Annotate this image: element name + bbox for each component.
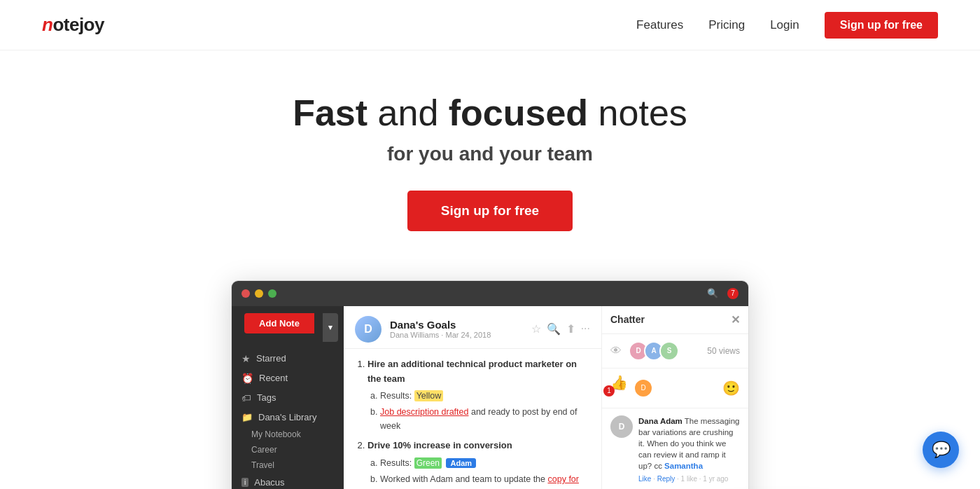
- sidebar-item-recent[interactable]: ⏰ Recent: [232, 369, 344, 388]
- note-content-area: D Dana's Goals Dana Williams · Mar 24, 2…: [344, 306, 601, 489]
- note-body: Hire an additional technical product mar…: [344, 349, 601, 489]
- viewer-avatar-3: S: [659, 341, 679, 361]
- chatter-comment-avatar: D: [610, 415, 633, 438]
- reaction-count: 1: [603, 385, 615, 397]
- sidebar-sub-career[interactable]: Career: [232, 442, 344, 457]
- note-item-1b: Job description drafted and ready to pos…: [380, 405, 590, 433]
- note-header-actions: ☆ 🔍 ⬆ ···: [531, 322, 590, 336]
- window-maximize-dot[interactable]: [268, 289, 276, 298]
- thumbs-up-reaction[interactable]: 👍 1: [610, 374, 628, 402]
- hero-section: Fast and focused notes for you and your …: [0, 50, 980, 259]
- eye-icon: 👁: [610, 345, 622, 357]
- hero-headline: Fast and focused notes: [0, 92, 980, 135]
- app-area: 🔍 7 Add Note ▾ ★ Starred ⏰ Recent �: [0, 280, 980, 489]
- note-meta: Dana Williams · Mar 24, 2018: [390, 331, 523, 339]
- note-item-2: Drive 10% increase in conversion Results…: [368, 439, 590, 489]
- hero-headline-fast: Fast: [293, 92, 368, 133]
- add-note-button[interactable]: Add Note: [244, 313, 314, 333]
- sidebar-label-library: Dana's Library: [258, 412, 316, 422]
- sidebar-label-recent: Recent: [259, 373, 288, 383]
- note-header-info: Dana's Goals Dana Williams · Mar 24, 201…: [390, 319, 523, 339]
- chatter-comment: D Dana Adam The messaging bar variations…: [602, 408, 748, 489]
- comment-mention: Samantha: [664, 462, 703, 470]
- share-action-icon[interactable]: ⬆: [566, 322, 575, 336]
- chatter-title: Chatter: [610, 314, 645, 325]
- sidebar-item-tags[interactable]: 🏷 Tags: [232, 388, 344, 408]
- clock-icon: ⏰: [241, 373, 253, 384]
- reaction-avatar: D: [635, 380, 652, 397]
- like-action[interactable]: Like: [638, 475, 651, 483]
- star-action-icon[interactable]: ☆: [531, 322, 541, 336]
- logo[interactable]: notejoy: [42, 14, 104, 36]
- sidebar-sub-notebook[interactable]: My Notebook: [232, 427, 344, 442]
- sidebar-item-abacus[interactable]: i Abacus: [232, 473, 344, 489]
- sidebar-label-tags: Tags: [257, 392, 276, 403]
- window-close-dot[interactable]: [241, 289, 250, 298]
- nav-link-login[interactable]: Login: [770, 18, 799, 32]
- logo-n: n: [42, 14, 52, 36]
- note-item-2b: Worked with Adam and team to update the …: [380, 472, 590, 489]
- window-titlebar: 🔍 7: [232, 281, 748, 306]
- hero-headline-focused: focused: [449, 92, 588, 133]
- more-action-icon[interactable]: ···: [581, 322, 590, 336]
- chatter-close-button[interactable]: ✕: [731, 313, 740, 326]
- add-note-dropdown[interactable]: ▾: [323, 313, 338, 342]
- navbar: notejoy Features Pricing Login Sign up f…: [0, 0, 980, 50]
- sidebar-label-starred: Starred: [256, 353, 286, 364]
- hero-headline-and: and: [368, 92, 449, 133]
- views-count: 50 views: [707, 346, 740, 356]
- comment-actions: Like · Reply · 1 like · 1 yr ago: [638, 474, 740, 484]
- nav-link-features[interactable]: Features: [636, 18, 683, 32]
- desktop-app-window: 🔍 7 Add Note ▾ ★ Starred ⏰ Recent �: [231, 280, 749, 489]
- window-minimize-dot[interactable]: [255, 289, 263, 298]
- comment-author: Dana Adam: [638, 417, 682, 425]
- hero-cta-button[interactable]: Sign up for free: [407, 191, 573, 231]
- comment-content: Dana Adam The messaging bar variations a…: [638, 415, 740, 484]
- note-item-2a: Results: Green Adam: [380, 456, 590, 470]
- search-action-icon[interactable]: 🔍: [547, 322, 561, 336]
- reply-action[interactable]: Reply: [657, 475, 676, 483]
- note-item-1: Hire an additional technical product mar…: [368, 357, 590, 434]
- chatter-stats: 👁 D A S 50 views: [602, 334, 748, 369]
- app-body: Add Note ▾ ★ Starred ⏰ Recent 🏷 Tags 📁: [232, 306, 748, 489]
- chatter-header: Chatter ✕: [602, 306, 748, 334]
- hero-headline-notes: notes: [588, 92, 687, 133]
- chatter-panel: Chatter ✕ 👁 D A S 50 views 👍 1: [601, 306, 748, 489]
- sidebar: Add Note ▾ ★ Starred ⏰ Recent 🏷 Tags 📁: [232, 306, 344, 489]
- tag-icon: 🏷: [241, 392, 251, 404]
- chat-fab-button[interactable]: 💬: [923, 432, 959, 468]
- star-icon: ★: [241, 353, 251, 364]
- note-item-1a: Results: Yellow: [380, 389, 590, 403]
- add-note-area: Add Note ▾: [237, 313, 338, 342]
- nav-links: Features Pricing Login Sign up for free: [636, 12, 938, 39]
- chatter-viewers: D A S: [629, 341, 679, 361]
- chatter-reactions: 👍 1 D 🙂: [602, 369, 748, 408]
- search-icon[interactable]: 🔍: [707, 288, 718, 298]
- folder-icon: 📁: [241, 412, 253, 422]
- note-header: D Dana's Goals Dana Williams · Mar 24, 2…: [344, 306, 601, 349]
- nav-signup-button[interactable]: Sign up for free: [825, 12, 938, 39]
- note-title: Dana's Goals: [390, 319, 523, 331]
- hero-subheadline: for you and your team: [0, 143, 980, 165]
- nav-link-pricing[interactable]: Pricing: [708, 18, 745, 32]
- smile-icon[interactable]: 🙂: [722, 380, 740, 397]
- notification-badge: 7: [727, 288, 738, 299]
- abacus-icon: i: [241, 478, 248, 487]
- note-avatar: D: [355, 316, 382, 343]
- sidebar-item-starred[interactable]: ★ Starred: [232, 349, 344, 369]
- sidebar-sub-travel[interactable]: Travel: [232, 457, 344, 473]
- sidebar-label-abacus: Abacus: [254, 477, 284, 488]
- logo-rest: otejoy: [52, 14, 104, 36]
- sidebar-item-library[interactable]: 📁 Dana's Library: [232, 408, 344, 427]
